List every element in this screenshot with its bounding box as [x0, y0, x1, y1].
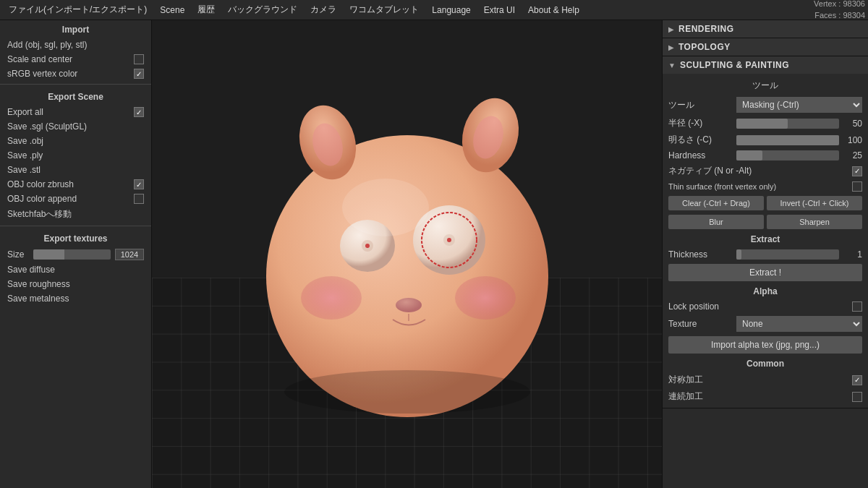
srgb-checkbox[interactable]: ✓: [134, 69, 144, 79]
save-roughness-button[interactable]: Save roughness: [0, 277, 151, 291]
save-stl-button[interactable]: Save .stl: [0, 163, 151, 177]
export-all-row[interactable]: Export all ✓: [0, 105, 151, 119]
right-panel: ▶ RENDERING ▶ TOPOLOGY ▼ SCULPTING & PAI…: [662, 20, 868, 488]
sculpting-title: SCULPTING & PAINTING: [680, 60, 789, 70]
menu-language[interactable]: Language: [426, 4, 476, 17]
menu-file[interactable]: ファイル(インポート/エクスポート): [3, 2, 153, 17]
menu-history[interactable]: 履歴: [192, 2, 221, 17]
left-sidebar: Import Add (obj, sgl, ply, stl) Scale an…: [0, 20, 152, 488]
obj-color-append-row[interactable]: OBJ color append: [0, 192, 151, 206]
extract-section-label: Extract: [663, 231, 868, 247]
add-button[interactable]: Add (obj, sgl, ply, stl): [0, 38, 151, 52]
menu-camera[interactable]: カメラ: [305, 2, 342, 17]
blur-sharpen-row: Blur Sharpen: [663, 213, 868, 231]
menubar: ファイル(インポート/エクスポート) Scene 履歴 バックグラウンド カメラ…: [0, 0, 868, 20]
clear-button[interactable]: Clear (-Ctrl + Drag): [668, 196, 764, 210]
stats: Vertex : 98306 Faces : 98304: [814, 0, 865, 21]
blur-button[interactable]: Blur: [668, 215, 764, 229]
menu-extraui[interactable]: Extra UI: [478, 4, 521, 17]
export-scene-title: Export Scene: [0, 87, 151, 105]
import-section-title: Import: [0, 20, 151, 38]
common-section-label: Common: [663, 356, 868, 372]
rendering-triangle: ▶: [668, 25, 674, 33]
save-obj-button[interactable]: Save .obj: [0, 134, 151, 148]
divider-2: [0, 226, 151, 226]
alpha-section-label: Alpha: [663, 283, 868, 299]
obj-color-zbrush-row[interactable]: OBJ color zbrush ✓: [0, 177, 151, 192]
export-all-checkbox[interactable]: ✓: [134, 107, 144, 117]
menu-about[interactable]: About & Help: [522, 4, 585, 17]
svg-point-12: [365, 244, 370, 248]
srgb-row[interactable]: sRGB vertex color ✓: [0, 67, 151, 81]
lock-position-checkbox[interactable]: [852, 301, 862, 312]
svg-point-19: [342, 179, 429, 236]
thickness-slider-container: 1: [736, 249, 862, 260]
model-svg: [234, 52, 581, 457]
import-alpha-button[interactable]: Import alpha tex (jpg, png...): [668, 336, 862, 354]
rendering-title: RENDERING: [678, 24, 734, 34]
topology-header[interactable]: ▶ TOPOLOGY: [663, 38, 868, 56]
sculpting-header[interactable]: ▼ SCULPTING & PAINTING: [663, 56, 868, 74]
viewport[interactable]: [152, 20, 662, 488]
tools-title: ツール: [663, 77, 868, 95]
menu-scene[interactable]: Scene: [154, 4, 190, 17]
thin-surface-checkbox[interactable]: [852, 181, 862, 192]
hardness-row: Hardness 25: [663, 148, 868, 163]
rendering-section: ▶ RENDERING: [663, 20, 868, 38]
brightness-value: 100: [842, 135, 862, 145]
obj-append-checkbox[interactable]: [134, 194, 144, 204]
hardness-value: 25: [842, 150, 862, 160]
sharpen-button[interactable]: Sharpen: [767, 215, 862, 229]
lock-position-row: Lock position: [663, 299, 868, 314]
radius-slider-container: 50: [736, 119, 862, 129]
menu-wacom[interactable]: ワコムタブレット: [344, 2, 425, 17]
hardness-slider-container: 25: [736, 150, 862, 160]
negative-checkbox[interactable]: ✓: [852, 166, 862, 176]
save-diffuse-button[interactable]: Save diffuse: [0, 262, 151, 277]
thickness-slider[interactable]: [736, 249, 839, 260]
vertex-count: Vertex : 98306: [814, 0, 865, 10]
clear-invert-row: Clear (-Ctrl + Drag) Invert (-Ctrl + Cli…: [663, 194, 868, 213]
scale-center-row[interactable]: Scale and center: [0, 52, 151, 67]
radius-value: 50: [842, 119, 862, 129]
thickness-value: 1: [842, 249, 862, 260]
scale-center-checkbox[interactable]: [134, 54, 144, 64]
brightness-row: 明るさ (-C) 100: [663, 132, 868, 148]
size-slider[interactable]: [33, 249, 111, 260]
sketchfab-button[interactable]: Sketchfabへ移動: [0, 206, 151, 223]
svg-point-17: [396, 298, 422, 312]
svg-point-3: [284, 370, 530, 414]
main-content: Import Add (obj, sgl, ply, stl) Scale an…: [0, 20, 868, 488]
symmetry-checkbox[interactable]: ✓: [852, 375, 862, 385]
topology-triangle: ▶: [668, 43, 674, 51]
size-input[interactable]: [115, 249, 144, 260]
invert-button[interactable]: Invert (-Ctrl + Click): [767, 196, 862, 210]
export-textures-title: Export textures: [0, 229, 151, 247]
lock-position-label: Lock position: [668, 301, 849, 312]
save-sgl-button[interactable]: Save .sgl (SculptGL): [0, 119, 151, 134]
continuous-row: 連続加工: [663, 388, 868, 405]
divider-1: [0, 84, 151, 85]
brightness-slider-container: 100: [736, 135, 862, 145]
symmetry-row: 対称加工 ✓: [663, 372, 868, 388]
sculpting-content: ツール ツール Masking (-Ctrl) 半径 (-X) 50: [663, 74, 868, 408]
menu-background[interactable]: バックグラウンド: [222, 2, 303, 17]
negative-row: ネガティブ (N or -Alt) ✓: [663, 163, 868, 179]
radius-slider[interactable]: [736, 119, 839, 129]
rendering-header[interactable]: ▶ RENDERING: [663, 20, 868, 38]
save-metalness-button[interactable]: Save metalness: [0, 291, 151, 306]
brightness-slider[interactable]: [736, 135, 839, 145]
sculpting-section: ▼ SCULPTING & PAINTING ツール ツール Masking (…: [663, 56, 868, 408]
model-container: [152, 20, 662, 488]
tool-dropdown[interactable]: Masking (-Ctrl): [736, 97, 862, 113]
hardness-slider[interactable]: [736, 150, 839, 160]
save-ply-button[interactable]: Save .ply: [0, 148, 151, 163]
continuous-checkbox[interactable]: [852, 392, 862, 402]
svg-point-16: [447, 238, 451, 242]
svg-point-8: [301, 276, 362, 320]
obj-zbrush-checkbox[interactable]: ✓: [134, 179, 144, 189]
texture-dropdown[interactable]: None: [736, 316, 862, 332]
topology-title: TOPOLOGY: [678, 42, 731, 52]
extract-button[interactable]: Extract !: [668, 264, 862, 281]
texture-row: Texture None: [663, 314, 868, 334]
